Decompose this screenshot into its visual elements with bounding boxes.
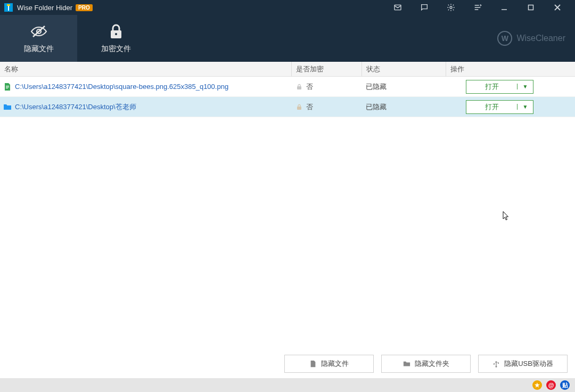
svg-rect-16 <box>297 86 301 89</box>
btn-label: 隐藏USB驱动器 <box>504 359 553 369</box>
brand-text: WiseCleaner <box>516 34 565 43</box>
favorite-icon[interactable]: ★ <box>532 380 542 390</box>
app-icon <box>4 3 13 12</box>
hide-usb-button[interactable]: 隐藏USB驱动器 <box>478 355 568 373</box>
status-value: 已隐藏 <box>362 102 446 112</box>
menu-icon[interactable] <box>464 0 491 15</box>
gear-icon[interactable] <box>438 0 464 15</box>
tab-label: 隐藏文件 <box>24 44 54 54</box>
col-action[interactable]: 操作 <box>446 62 575 76</box>
app-title: Wise Folder Hider <box>17 4 72 12</box>
svg-rect-17 <box>297 107 301 110</box>
open-button: 打开 ▼ <box>466 80 533 94</box>
file-path: C:\Users\a1248377421\Desktop\苍老师 <box>15 102 136 112</box>
lock-small-icon <box>295 84 303 90</box>
encrypted-value: 否 <box>306 102 313 112</box>
svg-point-12 <box>115 33 117 35</box>
tab-encrypt-files[interactable]: 加密文件 <box>77 15 154 62</box>
title-bar: Wise Folder Hider PRO <box>0 0 575 15</box>
bottom-action-bar: 隐藏文件 隐藏文件夹 隐藏USB驱动器 <box>0 349 575 378</box>
file-icon <box>3 83 12 91</box>
svg-rect-2 <box>7 4 10 6</box>
btn-label: 隐藏文件 <box>321 359 349 369</box>
col-name[interactable]: 名称 <box>0 62 291 76</box>
brand-logo[interactable]: W WiseCleaner <box>497 31 565 46</box>
minimize-button[interactable] <box>491 0 518 15</box>
feedback-icon[interactable] <box>411 0 438 15</box>
open-label[interactable]: 打开 <box>466 82 517 92</box>
brand-circle-icon: W <box>497 31 512 46</box>
status-value: 已隐藏 <box>362 82 446 92</box>
hide-folder-button[interactable]: 隐藏文件夹 <box>381 355 471 373</box>
btn-label: 隐藏文件夹 <box>415 359 449 369</box>
list-item[interactable]: C:\Users\a1248377421\Desktop\苍老师 否 已隐藏 打… <box>0 97 575 117</box>
lock-icon <box>109 23 124 40</box>
pro-badge: PRO <box>76 4 93 11</box>
main-toolbar: 隐藏文件 加密文件 W WiseCleaner <box>0 15 575 62</box>
col-encrypted[interactable]: 是否加密 <box>291 62 362 76</box>
open-label[interactable]: 打开 <box>466 102 517 112</box>
lock-small-icon <box>295 104 303 110</box>
open-button: 打开 ▼ <box>466 100 533 114</box>
tieba-icon[interactable]: 贴 <box>560 380 570 390</box>
svg-rect-13 <box>6 86 9 86</box>
svg-rect-14 <box>6 87 9 87</box>
hide-file-button[interactable]: 隐藏文件 <box>284 355 374 373</box>
encrypted-value: 否 <box>306 82 313 92</box>
tab-label: 加密文件 <box>101 44 131 54</box>
file-list: C:\Users\a1248377421\Desktop\square-bees… <box>0 77 575 349</box>
col-status[interactable]: 状态 <box>362 62 446 76</box>
mail-icon[interactable] <box>384 0 411 15</box>
dropdown-toggle[interactable]: ▼ <box>517 104 533 110</box>
status-bar: ★ @ 贴 <box>0 378 575 392</box>
weibo-icon[interactable]: @ <box>546 380 556 390</box>
list-item[interactable]: C:\Users\a1248377421\Desktop\square-bees… <box>0 77 575 97</box>
dropdown-toggle[interactable]: ▼ <box>517 84 533 89</box>
svg-rect-15 <box>6 88 8 88</box>
svg-rect-6 <box>529 5 533 10</box>
svg-point-4 <box>450 6 452 9</box>
folder-icon <box>3 103 12 111</box>
eye-off-icon <box>30 23 48 40</box>
close-button[interactable] <box>544 0 571 15</box>
file-path: C:\Users\a1248377421\Desktop\square-bees… <box>15 83 228 91</box>
tab-hide-files[interactable]: 隐藏文件 <box>0 15 77 62</box>
maximize-button[interactable] <box>518 0 544 15</box>
column-headers: 名称 是否加密 状态 操作 <box>0 62 575 77</box>
